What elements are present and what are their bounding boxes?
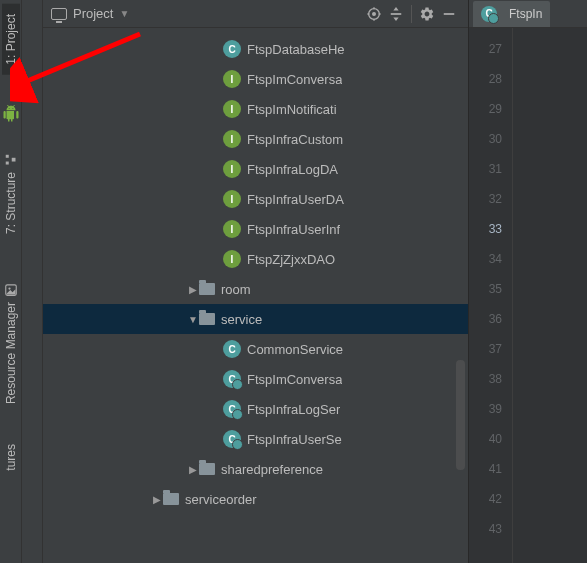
chevron-down-icon: ▼ (119, 8, 129, 19)
tree-item-label: room (221, 282, 251, 297)
folder-icon (199, 313, 215, 325)
project-tree[interactable]: CFtspDatabaseHeIFtspImConversaIFtspImNot… (43, 28, 468, 563)
rail-tab-captures[interactable]: tures (2, 434, 20, 481)
tree-item-label: CommonService (247, 342, 343, 357)
tree-item-label: FtspInfraUserSe (247, 432, 342, 447)
tree-file[interactable]: CCommonService (43, 334, 468, 364)
rail-tab-label: Resource Manager (4, 302, 18, 404)
line-number[interactable]: 29 (469, 94, 512, 124)
interface-file-icon: I (223, 190, 241, 208)
line-number[interactable]: 32 (469, 184, 512, 214)
tree-item-label: FtspInfraUserInf (247, 222, 340, 237)
chevron-down-icon[interactable]: ▼ (187, 314, 199, 325)
folder-icon (199, 283, 215, 295)
line-number[interactable]: 37 (469, 334, 512, 364)
rail-tab-label: tures (4, 444, 18, 471)
class-file-icon: C (223, 370, 241, 388)
line-number[interactable]: 30 (469, 124, 512, 154)
line-number[interactable]: 27 (469, 34, 512, 64)
class-file-icon: C (481, 6, 497, 22)
tree-file[interactable]: CFtspInfraUserSe (43, 424, 468, 454)
svg-rect-11 (444, 13, 455, 15)
interface-file-icon: I (223, 160, 241, 178)
settings-button[interactable] (416, 3, 438, 25)
tree-file[interactable]: IFtspImConversa (43, 64, 468, 94)
class-file-icon: C (223, 400, 241, 418)
line-number[interactable]: 28 (469, 64, 512, 94)
tree-file[interactable]: IFtspInfraLogDA (43, 154, 468, 184)
tool-window-rail: 1: Project 7: Structure Resource Manager… (0, 0, 22, 563)
scrollbar-thumb[interactable] (456, 360, 465, 470)
interface-file-icon: I (223, 220, 241, 238)
rail-tab-project[interactable]: 1: Project (2, 4, 20, 75)
tree-file[interactable]: IFtspZjZjxxDAO (43, 244, 468, 274)
tree-folder[interactable]: ▶sharedpreference (43, 454, 468, 484)
line-number[interactable]: 39 (469, 394, 512, 424)
project-view-selector[interactable]: Project ▼ (51, 6, 129, 21)
line-number[interactable]: 31 (469, 154, 512, 184)
svg-point-6 (373, 12, 376, 15)
svg-rect-2 (11, 157, 15, 161)
tree-item-label: FtspImNotificati (247, 102, 337, 117)
line-number[interactable]: 34 (469, 244, 512, 274)
tree-file[interactable]: IFtspInfraUserDA (43, 184, 468, 214)
line-number[interactable]: 35 (469, 274, 512, 304)
tree-item-label: FtspImConversa (247, 72, 342, 87)
interface-file-icon: I (223, 130, 241, 148)
tree-folder[interactable]: ▶serviceorder (43, 484, 468, 514)
tree-item-label: sharedpreference (221, 462, 323, 477)
line-number[interactable]: 43 (469, 514, 512, 544)
project-view-label: Project (73, 6, 113, 21)
resource-manager-icon (4, 284, 18, 296)
tree-item-label: FtspInfraCustom (247, 132, 343, 147)
chevron-right-icon[interactable]: ▶ (187, 464, 199, 475)
tree-file[interactable]: CFtspDatabaseHe (43, 34, 468, 64)
line-number[interactable]: 41 (469, 454, 512, 484)
editor-tab[interactable]: C FtspIn (473, 1, 550, 27)
hide-button[interactable] (438, 3, 460, 25)
svg-point-4 (8, 287, 10, 289)
chevron-right-icon[interactable]: ▶ (151, 494, 163, 505)
tree-file[interactable]: CFtspImConversa (43, 364, 468, 394)
editor-area: C FtspIn 2728293031323334353637383940414… (468, 0, 587, 563)
editor-tab-bar: C FtspIn (469, 0, 587, 28)
rail-tab-label: 1: Project (4, 14, 18, 65)
tree-item-label: service (221, 312, 262, 327)
line-number[interactable]: 40 (469, 424, 512, 454)
tree-file[interactable]: IFtspInfraUserInf (43, 214, 468, 244)
monitor-icon (51, 8, 67, 20)
tree-file[interactable]: CFtspInfraLogSer (43, 394, 468, 424)
rail-tab-label: 7: Structure (4, 172, 18, 234)
class-file-icon: C (223, 40, 241, 58)
svg-rect-0 (5, 154, 8, 157)
tree-item-label: FtspInfraLogDA (247, 162, 338, 177)
tree-item-label: FtspInfraUserDA (247, 192, 344, 207)
line-number[interactable]: 33 (469, 214, 512, 244)
class-file-icon: C (223, 340, 241, 358)
interface-file-icon: I (223, 100, 241, 118)
tree-item-label: FtspImConversa (247, 372, 342, 387)
tree-item-label: FtspZjZjxxDAO (247, 252, 335, 267)
locate-file-button[interactable] (363, 3, 385, 25)
rail-tab-structure[interactable]: 7: Structure (2, 144, 20, 244)
tree-folder[interactable]: ▶room (43, 274, 468, 304)
line-number[interactable]: 36 (469, 304, 512, 334)
android-studio-icon (2, 105, 20, 126)
tree-folder[interactable]: ▼service (43, 304, 468, 334)
chevron-right-icon[interactable]: ▶ (187, 284, 199, 295)
tree-file[interactable]: IFtspInfraCustom (43, 124, 468, 154)
folder-icon (163, 493, 179, 505)
editor-gutter[interactable]: 2728293031323334353637383940414243 (469, 28, 513, 563)
tree-file[interactable]: IFtspImNotificati (43, 94, 468, 124)
interface-file-icon: I (223, 70, 241, 88)
tree-item-label: FtspInfraLogSer (247, 402, 340, 417)
collapse-all-button[interactable] (385, 3, 407, 25)
interface-file-icon: I (223, 250, 241, 268)
line-number[interactable]: 38 (469, 364, 512, 394)
project-tool-window: Project ▼ CFtspDatabaseHeIFtspImConversa… (42, 0, 468, 563)
tree-item-label: FtspDatabaseHe (247, 42, 345, 57)
editor-tab-label: FtspIn (509, 7, 542, 21)
structure-icon (4, 154, 18, 166)
rail-tab-resource-manager[interactable]: Resource Manager (2, 274, 20, 414)
line-number[interactable]: 42 (469, 484, 512, 514)
